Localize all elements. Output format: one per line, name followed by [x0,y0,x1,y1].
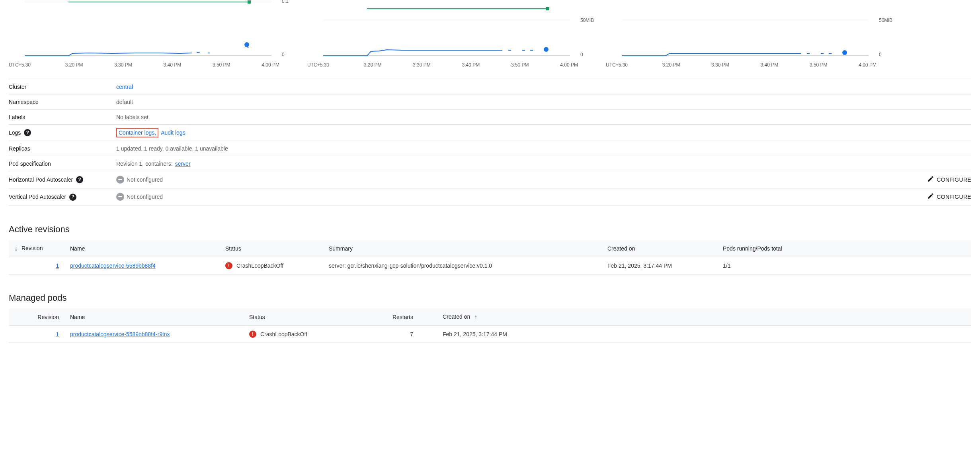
chart1-x-ticks: UTC+5:30 3:20 PM 3:30 PM 3:40 PM 3:50 PM… [9,62,279,68]
chart2-xtick-2: 3:30 PM [413,62,431,68]
label-logs: Logs ? [9,129,116,136]
link-pod-name[interactable]: productcatalogservice-5589bb88f4-r9tnx [70,331,170,337]
link-cluster[interactable]: central [116,84,133,90]
chart1-xtick-3: 3:40 PM [164,62,182,68]
chart-panel-1: 0.1 0 UTC+5:30 3:20 PM 3:30 PM 3:40 PM 3… [9,0,279,68]
chart1-xtick-tz: UTC+5:30 [9,62,31,68]
chart1-top-label: 0.1 [282,0,289,4]
col-created-on[interactable]: Created on ↑ [419,309,971,326]
label-replicas: Replicas [9,145,116,152]
chart1-xtick-1: 3:20 PM [65,62,83,68]
chart3-xtick-tz: UTC+5:30 [606,62,628,68]
value-hpa: Not configured [127,176,163,183]
restarts-text: 7 [363,326,419,343]
row-namespace: Namespace default [9,94,971,110]
row-vpa: Vertical Pod Autoscaler ? Not configured… [9,188,971,206]
svg-rect-3 [248,0,251,4]
chart2-svg [307,0,570,60]
link-revision-name[interactable]: productcatalogservice-5589bb88f4 [70,262,156,269]
col-restarts[interactable]: Restarts [363,309,419,326]
help-icon[interactable]: ? [69,194,76,201]
col-name[interactable]: Name [64,240,220,257]
chart1-svg [9,0,271,60]
value-podspec-prefix: Revision 1, containers: [116,161,173,167]
status-text: CrashLoopBackOff [236,262,283,269]
chart2-mid-label: 50MiB [580,18,594,23]
sort-desc-icon: ↓ [14,245,18,252]
created-on-text: Feb 21, 2025, 3:17:44 PM [602,257,717,274]
row-cluster: Cluster central [9,79,971,94]
label-hpa: Horizontal Pod Autoscaler ? [9,175,116,184]
chart3-svg [606,0,869,60]
svg-point-15 [544,47,549,52]
status-text: CrashLoopBackOff [260,331,307,337]
chart1-bottom-label: 0 [282,52,285,57]
error-icon: ! [249,331,256,338]
link-container-logs[interactable]: Container logs, [119,129,156,136]
summary-text: server: gcr.io/shenxiang-gcp-solution/pr… [323,257,602,274]
chart1-xtick-4: 3:50 PM [213,62,230,68]
col-created-on[interactable]: Created on [602,240,717,257]
col-name[interactable]: Name [64,309,244,326]
row-hpa: Horizontal Pod Autoscaler ? Not configur… [9,171,971,188]
row-labels: Labels No labels set [9,110,971,125]
heading-active-revisions: Active revisions [9,224,971,235]
value-labels: No labels set [116,114,971,120]
label-logs-text: Logs [9,129,21,136]
col-created-on-label: Created on [443,313,470,320]
chart2-xtick-tz: UTC+5:30 [307,62,329,68]
col-status[interactable]: Status [220,240,323,257]
chart3-xtick-3: 3:40 PM [761,62,779,68]
label-vpa: Vertical Pod Autoscaler ? [9,192,116,201]
col-summary[interactable]: Summary [323,240,602,257]
chart3-xtick-4: 3:50 PM [810,62,828,68]
link-audit-logs[interactable]: Audit logs [161,129,185,136]
svg-point-21 [842,50,847,55]
details-section: Cluster central Namespace default Labels… [9,79,971,206]
charts-row: 0.1 0 UTC+5:30 3:20 PM 3:30 PM 3:40 PM 3… [9,0,971,68]
chart-panel-2: 50MiB 0 UTC+5:30 3:20 PM 3:30 PM 3:40 PM… [307,0,578,68]
link-revision[interactable]: 1 [56,331,59,337]
not-configured-icon [116,193,124,201]
chart3-xtick-1: 3:20 PM [662,62,680,68]
value-vpa: Not configured [127,194,163,200]
pencil-icon [927,192,934,201]
not-configured-icon [116,176,124,184]
help-icon[interactable]: ? [24,129,31,136]
error-icon: ! [225,262,232,269]
chart3-mid-label: 50MiB [879,18,892,23]
row-logs: Logs ? Container logs, Audit logs [9,125,971,141]
sort-asc-icon: ↑ [474,313,477,321]
label-hpa-text: Horizontal Pod Autoscaler [9,175,73,184]
configure-vpa-label: CONFIGURE [937,194,971,200]
col-revision[interactable]: ↓ Revision [9,240,64,257]
pencil-icon [927,175,934,184]
configure-hpa-button[interactable]: CONFIGURE [927,175,971,184]
label-namespace: Namespace [9,99,116,105]
col-revision-label: Revision [21,245,43,251]
label-labels: Labels [9,114,116,120]
svg-rect-11 [546,7,549,10]
table-managed-pods: Revision Name Status Restarts Created on… [9,309,971,343]
configure-vpa-button[interactable]: CONFIGURE [927,192,971,201]
value-namespace: default [116,99,971,105]
chart2-x-ticks: UTC+5:30 3:20 PM 3:30 PM 3:40 PM 3:50 PM… [307,62,578,68]
configure-hpa-label: CONFIGURE [937,176,971,183]
link-revision[interactable]: 1 [56,262,59,269]
col-status[interactable]: Status [244,309,363,326]
row-podspec: Pod specification Revision 1, containers… [9,156,971,171]
svg-line-4 [197,52,200,53]
help-icon[interactable]: ? [76,176,83,183]
chart2-xtick-3: 3:40 PM [462,62,480,68]
chart2-bottom-label: 0 [580,52,583,57]
label-vpa-text: Vertical Pod Autoscaler [9,192,66,201]
chart3-x-ticks: UTC+5:30 3:20 PM 3:30 PM 3:40 PM 3:50 PM… [606,62,877,68]
col-revision[interactable]: Revision [9,309,64,326]
chart3-bottom-label: 0 [879,52,882,57]
label-podspec: Pod specification [9,161,116,167]
link-podspec-server[interactable]: server [175,161,191,167]
chart3-xtick-5: 4:00 PM [859,62,877,68]
chart3-xtick-2: 3:30 PM [711,62,729,68]
heading-managed-pods: Managed pods [9,293,971,303]
col-pods[interactable]: Pods running/Pods total [717,240,971,257]
